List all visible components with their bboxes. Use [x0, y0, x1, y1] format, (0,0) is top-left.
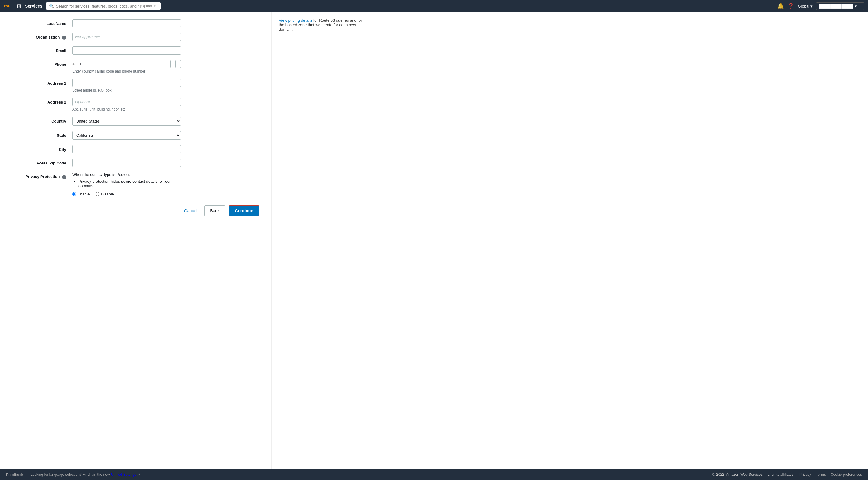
state-label: State: [12, 131, 72, 138]
privacy-row: Privacy Protection i When the contact ty…: [12, 172, 259, 196]
organization-info-icon[interactable]: i: [62, 36, 66, 40]
address1-field: Street address, P.O. box: [72, 79, 181, 93]
privacy-enable-radio[interactable]: [72, 192, 76, 196]
account-menu[interactable]: ████████████ ▾: [816, 2, 864, 10]
sidebar: View pricing details for Route 53 querie…: [271, 12, 374, 469]
cancel-button[interactable]: Cancel: [181, 205, 201, 216]
privacy-info-icon[interactable]: i: [62, 175, 66, 179]
address1-hint: Street address, P.O. box: [72, 88, 181, 93]
organization-field: [72, 33, 181, 41]
postal-row: Postal/Zip Code: [12, 159, 259, 167]
phone-country-code[interactable]: [76, 60, 170, 68]
city-label: City: [12, 145, 72, 152]
country-label: Country: [12, 117, 72, 124]
phone-plus-sign: +: [72, 62, 75, 67]
address2-field: Apt, suite, unit, building, floor, etc.: [72, 98, 181, 111]
grid-icon[interactable]: ⊞: [17, 3, 22, 9]
phone-separator: ·: [173, 61, 174, 67]
search-input[interactable]: [56, 4, 138, 8]
svg-text:aws: aws: [4, 4, 10, 7]
postal-label: Postal/Zip Code: [12, 159, 72, 165]
top-navigation: aws ⊞ Services 🔍 [Option+S] 🔔 ❓ Global ▾…: [0, 0, 868, 12]
region-selector[interactable]: Global ▾: [798, 4, 812, 8]
email-label: Email: [12, 46, 72, 53]
privacy-disable-radio[interactable]: [96, 192, 99, 196]
organization-row: Organization i: [12, 33, 259, 41]
organization-label: Organization i: [12, 33, 72, 40]
address2-label: Address 2: [12, 98, 72, 104]
country-row: Country United States Canada United King…: [12, 117, 259, 126]
address2-input[interactable]: [72, 98, 181, 106]
help-icon[interactable]: ❓: [787, 3, 794, 9]
last-name-input[interactable]: [72, 19, 181, 27]
search-bar-container: 🔍 [Option+S]: [46, 2, 161, 10]
address1-row: Address 1 Street address, P.O. box: [12, 79, 259, 93]
button-row: Cancel Back Continue: [12, 205, 259, 216]
content-area: Last Name Organization i Email Phone: [0, 12, 271, 469]
city-row: City: [12, 145, 259, 153]
address2-hint: Apt, suite, unit, building, floor, etc.: [72, 107, 181, 111]
email-input[interactable]: [72, 46, 181, 55]
privacy-disable-label[interactable]: Disable: [96, 192, 114, 196]
pricing-link[interactable]: View pricing details: [279, 18, 312, 23]
region-label: Global: [798, 4, 809, 8]
privacy-subtitle: When the contact type is Person:: [72, 172, 181, 177]
city-field: [72, 145, 181, 153]
email-row: Email: [12, 46, 259, 55]
last-name-row: Last Name: [12, 19, 259, 27]
last-name-label: Last Name: [12, 19, 72, 26]
country-field: United States Canada United Kingdom Aust…: [72, 117, 181, 126]
back-button[interactable]: Back: [204, 205, 225, 216]
bell-icon[interactable]: 🔔: [777, 3, 784, 9]
privacy-enable-label[interactable]: Enable: [72, 192, 90, 196]
phone-row: Phone + · Enter country calling code and…: [12, 60, 259, 73]
address1-label: Address 1: [12, 79, 72, 85]
address1-input[interactable]: [72, 79, 181, 87]
search-shortcut: [Option+S]: [141, 4, 158, 8]
phone-number-input[interactable]: [176, 60, 181, 68]
phone-label: Phone: [12, 60, 72, 67]
address2-row: Address 2 Apt, suite, unit, building, fl…: [12, 98, 259, 111]
privacy-bullet-item: Privacy protection hides some contact de…: [79, 179, 181, 188]
phone-hint: Enter country calling code and phone num…: [72, 69, 181, 73]
account-label: ████████████: [819, 4, 853, 8]
privacy-enable-text: Enable: [78, 192, 90, 196]
last-name-field: [72, 19, 181, 27]
privacy-label: Privacy Protection i: [12, 172, 72, 179]
organization-input[interactable]: [72, 33, 181, 41]
search-icon: 🔍: [49, 4, 54, 8]
privacy-bullets: Privacy protection hides some contact de…: [79, 179, 181, 188]
postal-field: [72, 159, 181, 167]
chevron-down-icon: ▾: [810, 4, 812, 8]
privacy-disable-text: Disable: [101, 192, 114, 196]
privacy-field: When the contact type is Person: Privacy…: [72, 172, 181, 196]
postal-input[interactable]: [72, 159, 181, 167]
privacy-radio-group: Enable Disable: [72, 192, 181, 196]
city-input[interactable]: [72, 145, 181, 153]
state-row: State AlabamaAlaskaArizona ArkansasCalif…: [12, 131, 259, 140]
state-field: AlabamaAlaskaArizona ArkansasCaliforniaC…: [72, 131, 181, 140]
sidebar-pricing-text: View pricing details for Route 53 querie…: [279, 18, 367, 32]
phone-input-group: + ·: [72, 60, 181, 68]
aws-logo[interactable]: aws: [4, 3, 13, 9]
email-field: [72, 46, 181, 55]
main-wrapper: Last Name Organization i Email Phone: [0, 12, 868, 469]
account-chevron-icon: ▾: [855, 4, 857, 8]
state-select[interactable]: AlabamaAlaskaArizona ArkansasCaliforniaC…: [72, 131, 181, 140]
country-select[interactable]: United States Canada United Kingdom Aust…: [72, 117, 181, 126]
continue-button[interactable]: Continue: [229, 205, 259, 216]
phone-field: + · Enter country calling code and phone…: [72, 60, 181, 73]
services-nav-label[interactable]: Services: [25, 4, 42, 8]
